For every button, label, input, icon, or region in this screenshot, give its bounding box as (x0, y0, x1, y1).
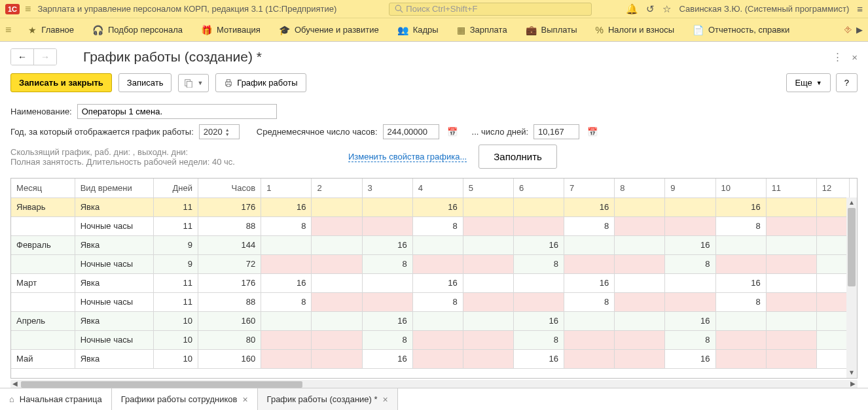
tab[interactable]: ⌂Начальная страница (0, 388, 112, 410)
col-header[interactable]: 7 (564, 179, 615, 197)
nav-more-arrow-icon[interactable]: ▶ (856, 25, 863, 35)
info-line2: Полная занятость. Длительность рабочей н… (10, 157, 235, 167)
print-schedule-button[interactable]: График работы (215, 73, 306, 92)
table-row[interactable]: Ночные часы1080888 (11, 330, 850, 349)
table-row[interactable]: Ночные часы11888888 (11, 216, 850, 235)
svg-rect-5 (227, 79, 230, 82)
back-button[interactable]: ← (11, 49, 34, 65)
user-name[interactable]: Савинская З.Ю. (Системный программист) (679, 4, 849, 14)
col-header[interactable]: 2 (312, 179, 362, 197)
calendar-icon[interactable]: 📅 (447, 127, 458, 137)
nav-plugin-icon[interactable]: ⯑ (844, 25, 852, 35)
col-header[interactable]: 9 (665, 179, 715, 197)
vertical-scrollbar[interactable]: ▲ ▼ (846, 197, 857, 378)
table-row[interactable]: АпрельЯвка10160161616 (11, 311, 850, 330)
nav-Обучение и развитие[interactable]: 🎓Обучение и развитие (270, 18, 388, 42)
home-icon: ⌂ (9, 394, 14, 404)
percent-icon: % (596, 25, 604, 35)
col-header[interactable]: 4 (412, 179, 463, 197)
global-search[interactable]: Поиск Ctrl+Shift+F (389, 3, 592, 16)
hscroll-thumb[interactable] (21, 381, 302, 388)
tab[interactable]: Графики работы сотрудников× (112, 388, 258, 410)
copy-icon (184, 78, 193, 88)
table-row[interactable]: ФевральЯвка9144161616 (11, 235, 850, 254)
close-icon[interactable]: × (383, 394, 388, 405)
change-props-link[interactable]: Изменить свойства графика... (348, 152, 467, 162)
scroll-down-icon[interactable]: ▼ (846, 367, 857, 378)
year-row: Год, за который отображается график рабо… (0, 122, 868, 142)
nav-toggle-icon[interactable]: ≡ (5, 24, 11, 36)
grad-icon: 🎓 (279, 25, 290, 35)
col-header[interactable]: Дней (153, 179, 198, 197)
days-label: ... число дней: (472, 127, 528, 137)
table-row[interactable]: МартЯвка1117616161616 (11, 273, 850, 292)
app-menu-icon[interactable]: ≡ (25, 3, 31, 15)
scroll-thumb[interactable] (848, 208, 856, 286)
spinner-icon[interactable]: ▲▼ (225, 128, 230, 137)
settings-bars-icon[interactable]: ≡ (857, 3, 863, 14)
write-button[interactable]: Записать (118, 73, 172, 92)
col-header[interactable]: Месяц (11, 179, 75, 197)
col-header[interactable]: 6 (513, 179, 564, 197)
nav-Подбор персонала[interactable]: 🎧Подбор персонала (83, 18, 192, 42)
people-icon: 👥 (397, 25, 408, 35)
search-icon (395, 5, 403, 13)
svg-line-1 (401, 10, 403, 13)
col-header[interactable]: 8 (615, 179, 665, 197)
days-input[interactable]: 10,167 (533, 124, 579, 139)
nav-Налоги и взносы[interactable]: %Налоги и взносы (587, 18, 684, 42)
scroll-right-icon[interactable]: ▶ (850, 380, 856, 387)
tab[interactable]: График работы (создание) *× (258, 388, 398, 410)
col-header[interactable]: 12 (816, 179, 849, 197)
copy-dropdown-button[interactable]: ▼ (178, 74, 209, 92)
nav-Отчетность, справки[interactable]: 📄Отчетность, справки (683, 18, 799, 42)
table-row[interactable]: Ночные часы972888 (11, 254, 850, 273)
main-nav: ≡ ★Главное🎧Подбор персонала🎁Мотивация🎓Об… (0, 18, 868, 42)
write-close-button[interactable]: Записать и закрыть (10, 73, 112, 92)
app-title: Зарплата и управление персоналом КОРП, р… (37, 4, 336, 14)
avg-hours-input[interactable]: 244,00000 (383, 124, 439, 139)
scroll-left-icon[interactable]: ◀ (12, 380, 18, 387)
nav-Кадры[interactable]: 👥Кадры (388, 18, 448, 42)
schedule-table[interactable]: МесяцВид времениДнейЧасов123456789101112… (11, 179, 850, 369)
history-icon[interactable]: ↺ (646, 3, 655, 15)
bottom-tabs: ⌂Начальная страницаГрафики работы сотруд… (0, 388, 868, 410)
help-button[interactable]: ? (836, 73, 858, 92)
col-header[interactable]: 10 (715, 179, 766, 197)
star-icon: ★ (28, 25, 37, 35)
close-icon[interactable]: × (242, 394, 247, 405)
table-row[interactable]: МайЯвка10160161616 (11, 349, 850, 368)
info-line1: Скользящий график, раб. дни: , выходн. д… (10, 147, 235, 157)
info-row: Скользящий график, раб. дни: , выходн. д… (0, 142, 868, 178)
col-header[interactable]: 5 (463, 179, 513, 197)
nav-Главное[interactable]: ★Главное (19, 18, 83, 42)
nav-back-forward: ← → (10, 48, 57, 65)
forward-button: → (34, 49, 56, 65)
calendar-icon-2[interactable]: 📅 (587, 127, 598, 137)
page-title: График работы (создание) * (83, 49, 262, 65)
col-header[interactable]: Часов (198, 179, 261, 197)
bell-icon[interactable]: 🔔 (626, 3, 638, 15)
page-menu-icon[interactable]: ⋮ (833, 51, 842, 63)
table-row[interactable]: Ночные часы11888888 (11, 292, 850, 311)
svg-rect-3 (187, 81, 192, 88)
logo-1c: 1C (5, 4, 20, 14)
col-header[interactable]: 1 (261, 179, 312, 197)
more-button[interactable]: Еще ▼ (786, 73, 830, 92)
col-header[interactable]: Вид времени (75, 179, 153, 197)
schedule-table-wrap: МесяцВид времениДнейЧасов123456789101112… (10, 178, 858, 379)
star-icon[interactable]: ☆ (662, 3, 671, 15)
nav-Мотивация[interactable]: 🎁Мотивация (192, 18, 270, 42)
doc-icon: 📄 (693, 25, 704, 35)
col-header[interactable]: 3 (362, 179, 412, 197)
fill-button[interactable]: Заполнить (479, 145, 557, 169)
scroll-up-icon[interactable]: ▲ (846, 197, 857, 208)
name-label: Наименование: (10, 107, 72, 116)
page-close-icon[interactable]: × (852, 52, 858, 63)
year-input[interactable]: 2020 ▲▼ (199, 124, 240, 139)
table-row[interactable]: ЯнварьЯвка1117616161616 (11, 197, 850, 216)
name-input[interactable] (77, 104, 277, 119)
nav-Выплаты[interactable]: 💼Выплаты (516, 18, 587, 42)
col-header[interactable]: 11 (766, 179, 816, 197)
nav-Зарплата[interactable]: ▦Зарплата (448, 18, 516, 42)
